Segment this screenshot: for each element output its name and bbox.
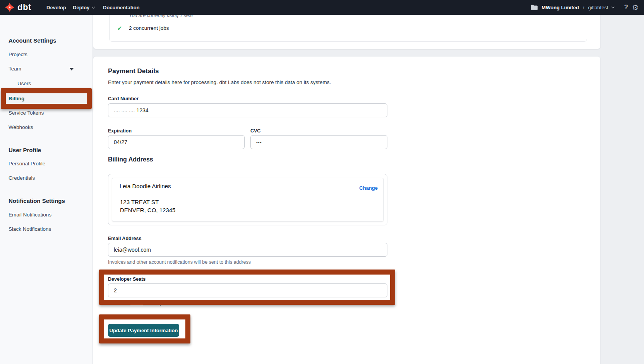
- cvc-input[interactable]: [250, 135, 387, 149]
- card-number-input[interactable]: [108, 103, 387, 117]
- email-address-input[interactable]: [108, 243, 387, 257]
- sidebar-heading-account-settings: Account Settings: [9, 37, 56, 44]
- seat-usage-note: You are currently using 1 seat: [129, 15, 193, 18]
- nav-develop[interactable]: Develop: [46, 0, 66, 15]
- sidebar-item-webhooks[interactable]: Webhooks: [9, 124, 33, 130]
- plan-summary-card: You are currently using 1 seat ✓ 2 concu…: [93, 15, 601, 49]
- cvc-label: CVC: [250, 128, 260, 134]
- sidebar-item-slack-notifications[interactable]: Slack Notifications: [9, 226, 51, 232]
- sidebar-heading-user-profile: User Profile: [9, 147, 41, 153]
- billing-address-box: Leia Doodle Airlines Change 123 TREAT ST…: [108, 174, 387, 225]
- expiration-input[interactable]: [108, 135, 245, 149]
- update-payment-button[interactable]: Update Payment Information: [108, 324, 179, 337]
- account-name[interactable]: MWong Limited: [541, 5, 579, 10]
- card-number-label: Card Number: [108, 96, 139, 101]
- chevron-down-icon[interactable]: [69, 68, 74, 70]
- payment-details-card: Payment Details Enter your payment detai…: [93, 56, 601, 364]
- breadcrumb-separator: /: [583, 5, 584, 10]
- sidebar-item-billing[interactable]: Billing: [6, 93, 87, 104]
- project-selector[interactable]: gitlabtest: [588, 5, 613, 10]
- folder-icon: [531, 5, 538, 10]
- change-address-link[interactable]: Change: [359, 185, 378, 191]
- email-helper-text: Invoices and other account notifications…: [108, 259, 251, 265]
- check-icon: ✓: [117, 25, 122, 32]
- nav-documentation[interactable]: Documentation: [103, 0, 140, 15]
- settings-sidebar: Account Settings Projects Team Users Bil…: [0, 15, 92, 364]
- plan-feature-text: 2 concurrent jobs: [129, 25, 169, 31]
- payment-details-title: Payment Details: [108, 67, 159, 75]
- annotation-box-billing: Billing: [1, 88, 92, 109]
- sidebar-item-team[interactable]: Team: [9, 66, 21, 72]
- developer-seats-input[interactable]: [108, 283, 387, 297]
- top-navbar: dbt Develop Deploy Documentation MWong L…: [0, 0, 644, 15]
- sidebar-item-email-notifications[interactable]: Email Notifications: [9, 212, 51, 218]
- sidebar-item-service-tokens[interactable]: Service Tokens: [9, 110, 44, 116]
- billing-address-line1: 123 TREAT ST: [120, 198, 159, 206]
- sidebar-item-personal-profile[interactable]: Personal Profile: [9, 161, 45, 167]
- sidebar-heading-notification-settings: Notification Settings: [9, 197, 65, 204]
- chevron-down-icon: [92, 5, 95, 8]
- chevron-down-icon: [611, 5, 614, 8]
- dbt-logo-icon: [5, 2, 15, 12]
- email-address-label: Email Address: [108, 236, 141, 241]
- payment-details-subtitle: Enter your payment details here for proc…: [108, 79, 331, 85]
- dbt-logo-text: dbt: [17, 2, 31, 12]
- nav-deploy[interactable]: Deploy: [73, 0, 94, 15]
- help-icon[interactable]: ?: [624, 3, 628, 11]
- sidebar-item-projects[interactable]: Projects: [9, 52, 27, 57]
- annotation-box-update-button: Update Payment Information: [99, 314, 190, 343]
- plan-feature-box: [109, 15, 587, 42]
- billing-address-inner-box: Leia Doodle Airlines Change 123 TREAT ST…: [112, 178, 384, 221]
- sidebar-item-users[interactable]: Users: [17, 81, 31, 86]
- billing-address-line2: DENVER, CO, 12345: [120, 206, 175, 214]
- gear-icon[interactable]: ⚙: [632, 3, 639, 12]
- dbt-logo[interactable]: dbt: [5, 0, 31, 15]
- expiration-label: Expiration: [108, 128, 132, 134]
- developer-seats-label: Developer Seats: [108, 276, 146, 282]
- billing-address-company: Leia Doodle Airlines: [120, 183, 171, 189]
- sidebar-item-credentials[interactable]: Credentials: [9, 175, 35, 181]
- annotation-box-developer-seats: Developer Seats: [99, 270, 395, 305]
- billing-address-title: Billing Address: [108, 156, 153, 163]
